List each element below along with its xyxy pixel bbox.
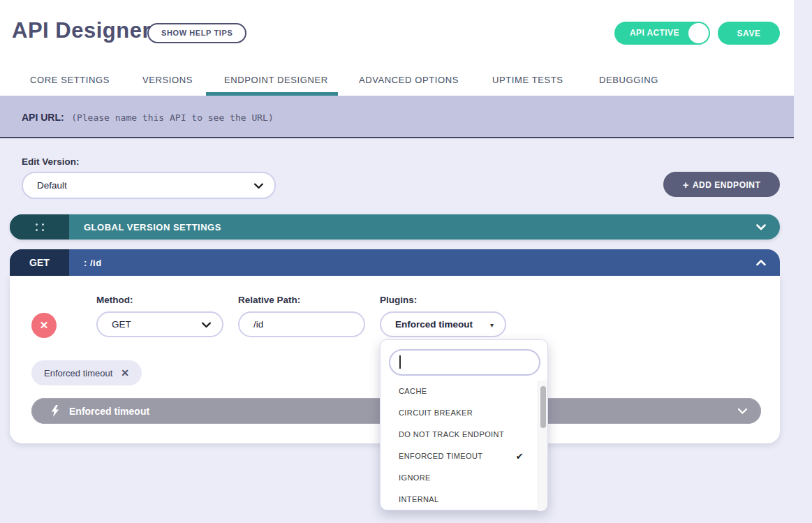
chevron-down-icon <box>254 180 263 191</box>
global-version-settings-bar[interactable]: GLOBAL VERSION SETTINGS <box>10 214 780 240</box>
check-icon: ✔ <box>516 445 524 467</box>
remove-plugin-icon[interactable]: ✕ <box>121 367 129 378</box>
edit-version-label: Edit Version: <box>22 156 80 167</box>
tab-debugging[interactable]: DEBUGGING <box>599 75 658 85</box>
add-endpoint-button[interactable]: +ADD ENDPOINT <box>663 172 780 197</box>
header: API Designer SHOW HELP TIPS API ACTIVE S… <box>0 0 794 96</box>
tab-endpoint-designer[interactable]: ENDPOINT DESIGNER <box>224 75 328 85</box>
page-title: API Designer <box>12 18 151 43</box>
toggle-knob[interactable] <box>688 23 709 43</box>
tab-advanced-options[interactable]: ADVANCED OPTIONS <box>359 75 459 85</box>
endpoint-path-title: : /id <box>84 258 102 268</box>
plugin-option-circuit-breaker[interactable]: CIRCUIT BREAKER <box>381 402 539 424</box>
plugins-dropdown: CACHE CIRCUIT BREAKER DO NOT TRACK ENDPO… <box>380 339 548 510</box>
plugin-option-do-not-track[interactable]: DO NOT TRACK ENDPOINT <box>381 424 539 445</box>
plugin-option-enforced-timeout[interactable]: ENFORCED TIMEOUT ✔ <box>381 445 539 467</box>
plugin-option-cache[interactable]: CACHE <box>381 381 539 402</box>
api-designer-page: API Designer SHOW HELP TIPS API ACTIVE S… <box>0 0 812 523</box>
add-endpoint-label: ADD ENDPOINT <box>693 180 760 190</box>
api-url-label: API URL: <box>22 112 64 123</box>
show-help-tips-button[interactable]: SHOW HELP TIPS <box>147 23 246 43</box>
plugins-select[interactable]: Enforced timeout ▾ <box>380 311 506 337</box>
tab-uptime-tests[interactable]: UPTIME TESTS <box>492 75 563 85</box>
relative-path-label: Relative Path: <box>238 295 300 305</box>
method-badge: GET <box>10 249 69 276</box>
global-version-settings-title: GLOBAL VERSION SETTINGS <box>84 222 221 233</box>
chip-label: Enforced timeout <box>44 368 112 378</box>
method-select-value: GET <box>112 319 131 330</box>
selected-plugin-chip: Enforced timeout ✕ <box>31 360 142 385</box>
save-button[interactable]: SAVE <box>718 22 780 45</box>
dropdown-scrollbar-thumb[interactable] <box>540 386 546 428</box>
chevron-down-icon <box>202 319 211 330</box>
version-select[interactable]: Default <box>22 172 276 199</box>
endpoint-get-bar[interactable]: GET : /id <box>10 249 780 276</box>
api-active-label: API ACTIVE <box>630 28 679 38</box>
plugin-options-list: CACHE CIRCUIT BREAKER DO NOT TRACK ENDPO… <box>381 381 539 510</box>
lightning-bolt-icon <box>51 405 59 417</box>
delete-endpoint-button[interactable]: ✕ <box>31 313 57 338</box>
tab-core-settings[interactable]: CORE SETTINGS <box>30 75 110 85</box>
plugins-label: Plugins: <box>380 295 417 305</box>
api-url-value: (Please name this API to see the URL) <box>71 112 274 123</box>
dropdown-scrollbar-track[interactable] <box>538 381 547 511</box>
method-select[interactable]: GET <box>96 311 223 337</box>
plugin-option-internal[interactable]: INTERNAL <box>381 489 539 510</box>
api-url-bar: API URL: (Please name this API to see th… <box>0 96 794 138</box>
caret-down-icon: ▾ <box>490 321 494 328</box>
version-select-value: Default <box>37 180 67 191</box>
method-label: Method: <box>96 295 133 305</box>
plus-icon: + <box>683 179 689 191</box>
text-cursor <box>399 355 401 369</box>
tab-versions[interactable]: VERSIONS <box>142 75 193 85</box>
plugin-panel-title: Enforced timeout <box>69 406 149 417</box>
drag-handle-icon[interactable] <box>10 214 69 240</box>
chevron-down-icon[interactable] <box>738 408 747 414</box>
chevron-down-icon[interactable] <box>756 224 766 230</box>
plugin-search-input[interactable] <box>389 349 540 376</box>
chevron-up-icon[interactable] <box>756 260 766 266</box>
plugin-option-ignore[interactable]: IGNORE <box>381 467 539 489</box>
api-active-toggle[interactable]: API ACTIVE <box>614 22 710 45</box>
plugins-select-value: Enforced timeout <box>395 319 473 330</box>
relative-path-input[interactable] <box>238 311 365 337</box>
